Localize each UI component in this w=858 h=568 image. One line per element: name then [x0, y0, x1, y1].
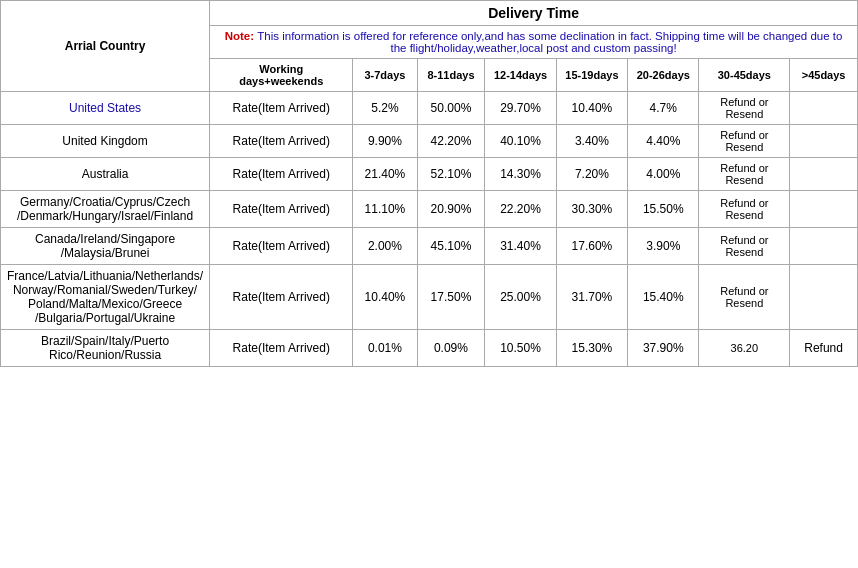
data-cell-1-2: 40.10% — [485, 125, 556, 158]
refund-cell-0: Refund or Resend — [699, 92, 790, 125]
data-cell-2-1: 52.10% — [417, 158, 485, 191]
data-cell-6-4: 37.90% — [628, 330, 699, 367]
refund-cell-3: Refund or Resend — [699, 191, 790, 228]
note-text: This information is offered for referenc… — [257, 30, 842, 54]
data-cell-0-1: 50.00% — [417, 92, 485, 125]
col-header-gt45: >45days — [790, 59, 858, 92]
country-cell-4: Canada/Ireland/Singapore /Malaysia/Brune… — [1, 228, 210, 265]
gt45-cell-6: Refund — [790, 330, 858, 367]
data-cell-6-1: 0.09% — [417, 330, 485, 367]
data-cell-3-4: 15.50% — [628, 191, 699, 228]
data-cell-0-3: 10.40% — [556, 92, 627, 125]
refund-cell-6: 36.20 — [699, 330, 790, 367]
data-cell-4-1: 45.10% — [417, 228, 485, 265]
data-cell-1-3: 3.40% — [556, 125, 627, 158]
rate-cell-4: Rate(Item Arrived) — [210, 228, 353, 265]
gt45-cell-4 — [790, 228, 858, 265]
rate-cell-5: Rate(Item Arrived) — [210, 265, 353, 330]
gt45-cell-3 — [790, 191, 858, 228]
country-cell-1: United Kingdom — [1, 125, 210, 158]
data-cell-2-4: 4.00% — [628, 158, 699, 191]
col-header-20-26: 20-26days — [628, 59, 699, 92]
refund-cell-1: Refund or Resend — [699, 125, 790, 158]
data-cell-2-3: 7.20% — [556, 158, 627, 191]
data-cell-2-2: 14.30% — [485, 158, 556, 191]
data-cell-6-2: 10.50% — [485, 330, 556, 367]
col-header-12-14: 12-14days — [485, 59, 556, 92]
rate-cell-6: Rate(Item Arrived) — [210, 330, 353, 367]
country-cell-2: Australia — [1, 158, 210, 191]
data-cell-3-1: 20.90% — [417, 191, 485, 228]
data-cell-4-4: 3.90% — [628, 228, 699, 265]
data-cell-5-0: 10.40% — [353, 265, 417, 330]
data-cell-3-0: 11.10% — [353, 191, 417, 228]
data-cell-5-1: 17.50% — [417, 265, 485, 330]
col-header-8-11: 8-11days — [417, 59, 485, 92]
arrival-country-label: Arrial Country — [1, 1, 210, 92]
country-cell-6: Brazil/Spain/Italy/Puerto Rico/Reunion/R… — [1, 330, 210, 367]
refund-cell-2: Refund or Resend — [699, 158, 790, 191]
data-cell-0-4: 4.7% — [628, 92, 699, 125]
delivery-time-header: Delivery Time — [210, 1, 858, 26]
data-cell-5-3: 31.70% — [556, 265, 627, 330]
gt45-cell-5 — [790, 265, 858, 330]
col-header-15-19: 15-19days — [556, 59, 627, 92]
rate-cell-1: Rate(Item Arrived) — [210, 125, 353, 158]
refund-cell-5: Refund or Resend — [699, 265, 790, 330]
rate-cell-2: Rate(Item Arrived) — [210, 158, 353, 191]
data-cell-6-3: 15.30% — [556, 330, 627, 367]
data-cell-2-0: 21.40% — [353, 158, 417, 191]
refund-cell-4: Refund or Resend — [699, 228, 790, 265]
data-cell-0-2: 29.70% — [485, 92, 556, 125]
country-cell-0[interactable]: United States — [1, 92, 210, 125]
col-header-30-45: 30-45days — [699, 59, 790, 92]
data-cell-6-0: 0.01% — [353, 330, 417, 367]
delivery-table: Arrial Country Delivery Time Note: This … — [0, 0, 858, 367]
gt45-cell-0 — [790, 92, 858, 125]
gt45-cell-2 — [790, 158, 858, 191]
country-cell-3: Germany/Croatia/Cyprus/Czech /Denmark/Hu… — [1, 191, 210, 228]
rate-cell-0: Rate(Item Arrived) — [210, 92, 353, 125]
col-header-working: Working days+weekends — [210, 59, 353, 92]
data-cell-5-2: 25.00% — [485, 265, 556, 330]
data-cell-1-0: 9.90% — [353, 125, 417, 158]
data-cell-4-0: 2.00% — [353, 228, 417, 265]
data-cell-0-0: 5.2% — [353, 92, 417, 125]
data-cell-4-3: 17.60% — [556, 228, 627, 265]
data-cell-1-4: 4.40% — [628, 125, 699, 158]
country-cell-5: France/Latvia/Lithuania/Netherlands/ Nor… — [1, 265, 210, 330]
data-cell-1-1: 42.20% — [417, 125, 485, 158]
rate-cell-3: Rate(Item Arrived) — [210, 191, 353, 228]
data-cell-4-2: 31.40% — [485, 228, 556, 265]
note-cell: Note: This information is offered for re… — [210, 26, 858, 59]
col-header-3-7: 3-7days — [353, 59, 417, 92]
gt45-cell-1 — [790, 125, 858, 158]
data-cell-5-4: 15.40% — [628, 265, 699, 330]
note-label: Note: — [225, 30, 258, 42]
data-cell-3-2: 22.20% — [485, 191, 556, 228]
data-cell-3-3: 30.30% — [556, 191, 627, 228]
